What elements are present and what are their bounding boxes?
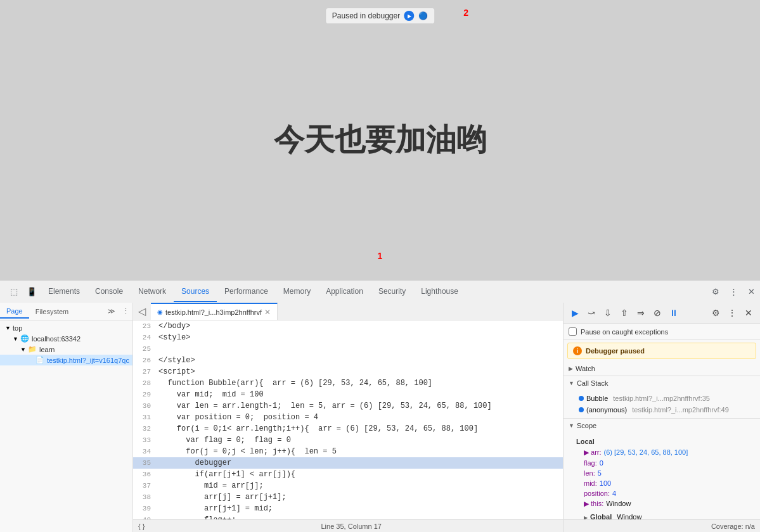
resume-button[interactable] [404,11,414,21]
call-stack-item-anonymous[interactable]: (anonymous) testkip.html?_i...mp2hnffhrv… [576,404,755,415]
line-content-27: <script> [156,366,195,377]
tab-security[interactable]: Security [371,282,413,302]
code-tab-close-icon[interactable]: ✕ [264,308,271,317]
tab-application[interactable]: Application [318,282,371,302]
sidebar-more-icon[interactable]: ≫ [105,305,119,319]
deactivate-button[interactable]: 🔵 [418,11,428,21]
settings-icon[interactable]: ⚙ [707,283,725,301]
line-number-28[interactable]: 28 [133,377,156,389]
line-number-36[interactable]: 36 [133,469,156,480]
line-content-29: var mid; mid = 100 [156,389,264,400]
scope-val-this: Window [606,500,631,507]
annotation-1: 1 [378,251,383,261]
sidebar-tab-filesystem[interactable]: Filesystem [29,305,75,318]
tab-console[interactable]: Console [87,282,131,302]
line-number-33[interactable]: 33 [133,434,156,446]
code-line-36: 36 if(arr[j+1] < arr[j]){ [133,469,563,480]
step-out-button[interactable]: ⇧ [617,305,632,320]
sidebar-tabs: Page Filesystem ≫ ⋮ [0,303,132,320]
scope-key-arr: ▶ arr: [584,448,602,457]
line-content-35: debugger [156,457,231,469]
step-over-button[interactable]: ⤻ [584,305,599,320]
scope-key-position: position: [584,490,610,497]
line-number-38[interactable]: 38 [133,491,156,503]
pause-exceptions-label[interactable]: Pause on caught exceptions [581,328,668,336]
line-number-31[interactable]: 31 [133,412,156,423]
watch-label: Watch [576,365,595,372]
code-tab-icon: ◉ [157,308,163,315]
scope-global-label: Global [590,513,612,519]
tab-performance[interactable]: Performance [217,282,276,302]
more-button[interactable]: ⋮ [725,305,740,320]
code-editor-area: ◁ ◉ testkip.html?_i...h3imp2hnffhrvf ✕ 2… [133,303,564,532]
line-number-30[interactable]: 30 [133,400,156,412]
line-number-29[interactable]: 29 [133,389,156,400]
code-line-30: 30 var len = arr.length-1; len = 5, arr … [133,400,563,412]
annotation-2: 2 [463,8,468,18]
tab-memory[interactable]: Memory [276,282,318,302]
scope-global-row[interactable]: ▶ Global Window [576,512,755,519]
line-number-37[interactable]: 37 [133,480,156,491]
scope-var-this[interactable]: ▶ this: Window [576,498,755,509]
tree-item-top[interactable]: ▼ top [0,323,132,333]
resume-execution-button[interactable]: ▶ [567,305,583,320]
debugger-panels: Pause on caught exceptions i Debugger pa… [564,324,760,519]
settings-button[interactable]: ⚙ [708,305,723,320]
line-number-39[interactable]: 39 [133,503,156,514]
line-number-34[interactable]: 34 [133,446,156,457]
tab-lighthouse[interactable]: Lighthouse [413,282,466,302]
more-tools-icon[interactable]: ⋮ [725,283,742,301]
code-tab-testkip[interactable]: ◉ testkip.html?_i...h3imp2hnffhrvf ✕ [151,303,278,320]
scope-val-arr: (6) [29, 53, 24, 65, 88, 100] [604,448,688,456]
scope-local: Local ▶ arr: (6) [29, 53, 24, 65, 88, 10… [576,438,755,509]
pause-on-exception-button[interactable]: ⏸ [666,305,681,320]
tree-item-testkip[interactable]: 📄 testkip.html?_ijt=v161q7qc [0,355,132,365]
tab-sources[interactable]: Sources [174,282,217,302]
scope-val-len: 5 [598,469,602,477]
code-line-29: 29 var mid; mid = 100 [133,389,563,400]
line-number-27[interactable]: 27 [133,366,156,377]
inspect-icon[interactable]: ⬚ [5,283,23,301]
tree-item-localhost[interactable]: ▼ 🌐 localhost:63342 [0,333,132,344]
close-panel-button[interactable]: ✕ [741,305,756,320]
line-number-40[interactable]: 40 [133,514,156,519]
sidebar-menu-icon[interactable]: ⋮ [119,305,132,319]
code-line-28: 28 function Bubble(arr){ arr = (6) [29, … [133,377,563,389]
scope-header[interactable]: ▼ Scope [564,419,760,433]
call-stack-header[interactable]: ▼ Call Stack [564,376,760,390]
pause-caught-checkbox[interactable] [569,327,577,336]
page-title: 今天也要加油哟 [274,120,487,160]
tab-elements[interactable]: Elements [41,282,87,302]
line-number-32[interactable]: 32 [133,423,156,434]
scope-global-val: Window [617,513,641,519]
code-line-32: 32 for(i = 0;i< arr.length;i++){ arr = (… [133,423,563,434]
watch-header[interactable]: ▶ Watch [564,362,760,376]
step-button[interactable]: ⇒ [633,305,648,320]
code-tab-back-icon[interactable]: ◁ [133,303,151,320]
call-stack-item-bubble[interactable]: Bubble testkip.html?_i...mp2hnffhrvf:35 [576,393,755,404]
device-icon[interactable]: 📱 [23,283,41,301]
line-number-25[interactable]: 25 [133,343,156,355]
step-into-button[interactable]: ⇩ [600,305,615,320]
deactivate-breakpoints-button[interactable]: ⊘ [650,305,665,320]
line-number-35[interactable]: 35 [133,457,156,469]
code-line-33: 33 var flag = 0; flag = 0 [133,434,563,446]
watch-arrow-icon: ▶ [569,365,573,372]
sidebar-tab-page[interactable]: Page [0,305,29,319]
tab-network[interactable]: Network [131,282,174,302]
line-number-26[interactable]: 26 [133,355,156,366]
scope-var-arr[interactable]: ▶ arr: (6) [29, 53, 24, 65, 88, 100] [576,447,755,458]
line-content-31: var position = 0; position = 4 [156,412,318,423]
line-number-23[interactable]: 23 [133,320,156,332]
call-stack-label: Call Stack [577,379,609,387]
code-line-38: 38 arr[j] = arr[j+1]; [133,491,563,503]
call-stack-file-bubble: testkip.html?_i...mp2hnffhrvf:35 [613,395,710,402]
tree-item-learn[interactable]: ▼ 📁 learn [0,344,132,355]
call-stack-fn-anonymous: (anonymous) [586,406,627,414]
scope-var-len: len: 5 [576,468,755,478]
code-line-23: 23</body> [133,320,563,332]
line-number-24[interactable]: 24 [133,332,156,343]
close-devtools-icon[interactable]: ✕ [742,283,760,301]
code-line-37: 37 mid = arr[j]; [133,480,563,491]
line-content-23: </body> [156,320,190,332]
